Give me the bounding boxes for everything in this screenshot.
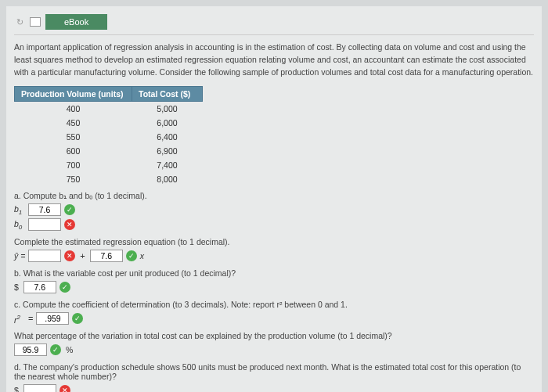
table-row: 7007,400	[15, 158, 203, 172]
question-c: c. Compute the coefficient of determinat…	[14, 300, 534, 309]
table-row: 6006,900	[15, 144, 203, 158]
b1-label: b1	[14, 204, 25, 216]
table-row: 4005,000	[15, 102, 203, 117]
question-complete: Complete the estimated regression equati…	[14, 237, 534, 246]
pct-sign: %	[66, 345, 73, 354]
assignment-container: ↻ eBook An important application of regr…	[6, 6, 542, 392]
pct-input[interactable]	[14, 343, 47, 356]
b0-input[interactable]	[28, 218, 61, 231]
check-icon: ✓	[64, 204, 75, 215]
question-d: d. The company's production schedule sho…	[14, 362, 534, 381]
table-row: 4506,000	[15, 116, 203, 130]
answer-b0: b0 ✕	[14, 218, 534, 231]
data-table: Production Volume (units) Total Cost ($)…	[14, 86, 203, 186]
dollar-sign: $	[14, 386, 19, 392]
cross-icon: ✕	[59, 385, 70, 392]
col-header-volume: Production Volume (units)	[15, 87, 132, 102]
question-cpct: What percentage of the variation in tota…	[14, 331, 534, 340]
header-bar: ↻ eBook	[14, 13, 534, 35]
varcost-input[interactable]	[23, 281, 56, 293]
answer-d: $ ✕	[14, 384, 534, 392]
question-b: b. What is the variable cost per unit pr…	[14, 268, 534, 278]
r2-label: r2	[14, 314, 25, 325]
intercept-input[interactable]	[28, 250, 61, 262]
r2-input[interactable]	[36, 312, 69, 325]
x-label: x	[140, 251, 144, 261]
cross-icon: ✕	[64, 219, 75, 230]
yhat-label: ŷ =	[14, 251, 25, 261]
dollar-sign: $	[14, 282, 19, 292]
question-a: a. Compute b₁ and b₀ (to 1 decimal).	[14, 191, 534, 200]
answer-b1: b1 ✓	[14, 203, 534, 216]
check-icon: ✓	[126, 250, 137, 261]
intro-text: An important application of regression a…	[14, 41, 534, 78]
table-row: 5506,400	[15, 130, 203, 144]
check-icon: ✓	[59, 282, 70, 293]
equals-sign: =	[28, 314, 33, 323]
ebook-button[interactable]: eBook	[45, 14, 107, 30]
refresh-icon[interactable]: ↻	[14, 16, 25, 27]
estcost-input[interactable]	[23, 384, 56, 392]
ebook-icon	[30, 17, 41, 27]
check-icon: ✓	[50, 344, 61, 355]
slope-input[interactable]	[90, 250, 123, 262]
col-header-cost: Total Cost ($)	[132, 87, 203, 102]
b1-input[interactable]	[28, 203, 61, 216]
cross-icon: ✕	[64, 250, 75, 261]
answer-equation: ŷ = ✕ + ✓ x	[14, 250, 534, 262]
b0-label: b0	[14, 219, 25, 231]
answer-c: r2 = ✓	[14, 312, 534, 325]
plus-sign: +	[78, 251, 86, 261]
check-icon: ✓	[72, 313, 83, 324]
ebook-label: eBook	[64, 17, 88, 27]
answer-b: $ ✓	[14, 281, 534, 293]
table-row: 7508,000	[15, 172, 203, 186]
answer-cpct: ✓ %	[14, 343, 534, 356]
